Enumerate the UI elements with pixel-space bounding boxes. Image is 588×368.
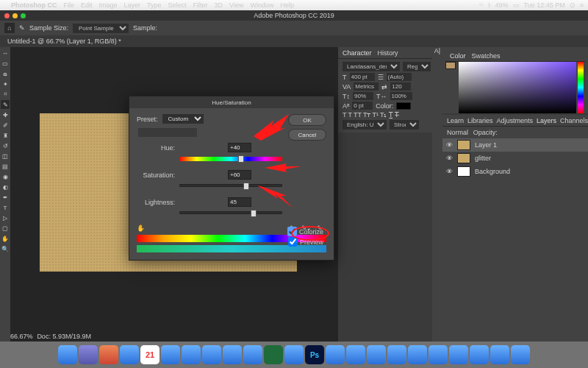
hue-slider-dialog[interactable] <box>179 157 282 163</box>
layer-name[interactable]: glitter <box>475 155 491 162</box>
hscale-input[interactable] <box>390 92 412 100</box>
preset-select[interactable]: Custom <box>162 114 204 124</box>
hue-input[interactable] <box>228 143 251 152</box>
zoom-tool-icon[interactable]: 🔍 <box>1 244 10 253</box>
battery-icon[interactable]: ▭ <box>513 1 520 9</box>
bluetooth-icon[interactable]: ᚼ <box>487 1 491 9</box>
tab-layers[interactable]: Layers <box>537 117 556 124</box>
leading-input[interactable] <box>387 73 412 81</box>
text-color-swatch[interactable] <box>396 102 411 110</box>
dock-app-icon[interactable] <box>161 345 180 364</box>
dock-app-icon[interactable] <box>120 345 139 364</box>
menu-view[interactable]: View <box>229 1 243 9</box>
wifi-icon[interactable]: ⌔ <box>479 1 483 9</box>
font-size-input[interactable] <box>350 73 375 81</box>
menulet-icon[interactable]: ≡ <box>580 1 584 9</box>
dock-app-icon[interactable] <box>408 345 427 364</box>
dock-app-icon[interactable] <box>264 345 283 364</box>
menu-type[interactable]: Type <box>147 1 162 9</box>
shape-tool-icon[interactable]: ▢ <box>1 224 10 233</box>
blur-tool-icon[interactable]: ◉ <box>1 172 10 181</box>
lightness-slider[interactable] <box>179 211 282 217</box>
underline-icon[interactable]: T̲ <box>389 111 393 118</box>
channel-select[interactable] <box>138 128 197 137</box>
spotlight-icon[interactable]: ⊙ <box>570 1 576 9</box>
tab-channels[interactable]: Channels <box>560 117 588 124</box>
font-family-select[interactable]: Landasans_demo01 <box>343 62 400 71</box>
strike-icon[interactable]: T̶ <box>395 111 399 118</box>
type-panel-icon[interactable]: A| <box>432 47 442 57</box>
traffic-lights[interactable] <box>4 13 26 18</box>
menu-help[interactable]: Help <box>280 1 294 9</box>
dock-app-icon[interactable] <box>284 345 304 364</box>
dock-app-icon[interactable] <box>470 345 489 364</box>
dock-app-icon[interactable] <box>223 345 242 364</box>
menu-window[interactable]: Window <box>250 1 273 9</box>
zoom-level[interactable]: 66.67% <box>10 333 33 340</box>
dock-app-icon[interactable] <box>449 345 468 364</box>
eye-icon[interactable]: 👁 <box>445 155 453 162</box>
eyedropper-icon[interactable]: ✎ <box>19 24 25 32</box>
menu-layer[interactable]: Layer <box>124 1 141 9</box>
menu-image[interactable]: Image <box>99 1 118 9</box>
saturation-input[interactable] <box>228 170 251 180</box>
dock-app-icon[interactable] <box>367 345 386 364</box>
cancel-button[interactable]: Cancel <box>288 129 326 141</box>
document-tab[interactable]: Untitled-1 @ 66.7% (Layer 1, RGB/8) * <box>0 35 588 47</box>
dock-app-icon[interactable] <box>387 345 406 364</box>
tab-learn[interactable]: Learn <box>447 117 464 124</box>
caps-icon[interactable]: TT <box>354 111 362 118</box>
vscale-input[interactable] <box>353 92 373 100</box>
tab-history[interactable]: History <box>378 49 398 57</box>
hand-icon[interactable]: ✋ <box>137 224 145 232</box>
dock-app-icon[interactable] <box>326 345 345 364</box>
eye-icon[interactable]: 👁 <box>445 141 453 149</box>
sub-icon[interactable]: T₁ <box>380 111 387 118</box>
hand-tool-icon[interactable]: ✋ <box>1 234 10 243</box>
menu-3d[interactable]: 3D <box>215 1 223 9</box>
dock-app-icon[interactable] <box>243 345 262 364</box>
layer-row[interactable]: 👁Layer 1 <box>442 138 588 152</box>
menu-filter[interactable]: Filter <box>193 1 208 9</box>
blend-mode-select[interactable]: Normal <box>447 129 468 136</box>
dock-app-icon[interactable] <box>182 345 201 364</box>
eyedropper-tool-icon[interactable]: ✎ <box>1 100 10 109</box>
tab-character[interactable]: Character <box>343 49 372 57</box>
dock-app-icon[interactable] <box>490 345 509 364</box>
menu-edit[interactable]: Edit <box>81 1 93 9</box>
layer-thumb[interactable] <box>457 140 470 150</box>
tab-libraries[interactable]: Libraries <box>467 117 493 124</box>
tab-color[interactable]: Color <box>450 52 466 60</box>
dock-calendar-icon[interactable]: 21 <box>140 345 159 364</box>
dock-app-icon[interactable] <box>99 345 118 364</box>
home-icon[interactable]: ⌂ <box>4 23 15 33</box>
brush-tool-icon[interactable]: ✐ <box>1 121 10 130</box>
tab-adjustments[interactable]: Adjustments <box>497 117 534 124</box>
clock[interactable]: Tue 12:45 PM <box>524 1 565 9</box>
dock-app-icon[interactable] <box>346 345 365 364</box>
color-picker-field[interactable] <box>459 62 576 113</box>
eraser-tool-icon[interactable]: ◫ <box>1 152 10 160</box>
ok-button[interactable]: OK <box>288 114 326 126</box>
lasso-tool-icon[interactable]: ɷ <box>1 69 10 78</box>
pen-tool-icon[interactable]: ✒ <box>1 193 10 202</box>
dock-trash-icon[interactable] <box>511 345 530 364</box>
gradient-tool-icon[interactable]: ▤ <box>1 162 10 171</box>
dock-app-icon[interactable] <box>79 345 98 364</box>
smallcaps-icon[interactable]: Tᴛ <box>363 111 371 118</box>
tab-swatches[interactable]: Swatches <box>472 52 501 60</box>
preview-checkbox[interactable] <box>288 237 298 247</box>
layer-name[interactable]: Layer 1 <box>475 141 497 149</box>
dock-photoshop-icon[interactable]: Ps <box>305 345 324 364</box>
dodge-tool-icon[interactable]: ◐ <box>1 183 10 191</box>
baseline-input[interactable] <box>352 102 373 110</box>
italic-icon[interactable]: T <box>348 111 353 118</box>
menu-select[interactable]: Select <box>168 1 187 9</box>
layer-name[interactable]: Background <box>475 168 510 175</box>
wand-tool-icon[interactable]: ✦ <box>1 79 10 88</box>
aa-select[interactable]: Strong <box>390 120 419 130</box>
layer-row[interactable]: 👁glitter <box>442 152 588 165</box>
lightness-input[interactable] <box>228 197 251 207</box>
dock-app-icon[interactable] <box>429 345 448 364</box>
saturation-slider[interactable] <box>179 184 282 190</box>
